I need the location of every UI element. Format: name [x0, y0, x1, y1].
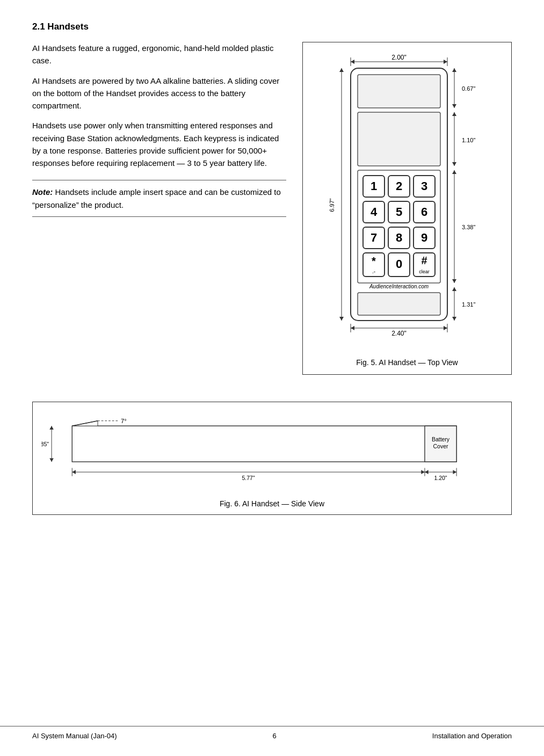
svg-rect-37 — [358, 293, 440, 315]
svg-marker-58 — [452, 279, 456, 283]
svg-text:7°: 7° — [121, 418, 127, 424]
svg-marker-57 — [452, 170, 456, 174]
svg-text:AudienceInteraction.com: AudienceInteraction.com — [369, 284, 429, 289]
page: 2.1 Handsets AI Handsets feature a rugge… — [0, 0, 544, 756]
svg-text:2.40": 2.40" — [391, 330, 407, 337]
svg-text:5.77": 5.77" — [242, 475, 255, 481]
svg-text:Cover: Cover — [433, 444, 448, 449]
paragraph-3: Handsets use power only when transmittin… — [32, 119, 286, 169]
svg-marker-73 — [49, 426, 54, 430]
svg-text:6: 6 — [421, 205, 427, 219]
top-view-diagram: 2.00" 1 2 — [302, 42, 512, 375]
svg-text:.-: .- — [372, 268, 375, 274]
note-label: Note: Handsets include ample insert spac… — [32, 187, 281, 209]
svg-text:1.10": 1.10" — [462, 137, 475, 143]
svg-text:2.00": 2.00" — [391, 54, 407, 61]
svg-marker-40 — [444, 326, 447, 330]
svg-text:6.97": 6.97" — [329, 198, 335, 212]
svg-marker-49 — [452, 112, 456, 116]
svg-marker-84 — [453, 470, 456, 474]
svg-marker-39 — [351, 326, 354, 330]
svg-text:4: 4 — [371, 205, 378, 219]
svg-text:0.85": 0.85" — [41, 441, 49, 447]
svg-text:0.67": 0.67" — [462, 85, 475, 92]
left-text: AI Handsets feature a rugged, ergonomic,… — [32, 42, 286, 375]
svg-text:clear: clear — [419, 269, 430, 274]
svg-marker-61 — [452, 287, 456, 291]
svg-text:2: 2 — [396, 179, 402, 193]
paragraph-1: AI Handsets feature a rugged, ergonomic,… — [32, 42, 286, 67]
top-view-svg: 2.00" 1 2 — [311, 52, 503, 353]
svg-rect-8 — [358, 112, 440, 166]
footer-left: AI System Manual (Jan-04) — [32, 732, 117, 740]
svg-text:#: # — [421, 255, 427, 266]
svg-text:0: 0 — [396, 257, 402, 271]
page-footer: AI System Manual (Jan-04) 6 Installation… — [0, 726, 544, 740]
paragraph-2: AI Handsets are powered by two AA alkali… — [32, 75, 286, 112]
svg-text:*: * — [372, 255, 376, 267]
svg-marker-46 — [452, 104, 456, 108]
svg-marker-50 — [452, 162, 456, 166]
fig6-caption: Fig. 6. AI Handset — Side View — [41, 499, 503, 508]
svg-marker-74 — [49, 458, 54, 462]
svg-text:3: 3 — [421, 179, 427, 193]
svg-marker-54 — [339, 317, 344, 321]
side-view-svg: 7° Battery Cover 0.85" 5.77" 1.20" — [41, 409, 503, 495]
note-box: Note: Handsets include ample insert spac… — [32, 180, 286, 217]
svg-text:3.38": 3.38" — [462, 224, 475, 230]
svg-marker-83 — [425, 470, 429, 474]
svg-rect-64 — [72, 426, 456, 462]
svg-marker-45 — [452, 68, 456, 72]
svg-text:7: 7 — [371, 231, 377, 244]
svg-marker-78 — [421, 470, 425, 474]
svg-text:1: 1 — [371, 179, 377, 193]
svg-text:9: 9 — [421, 231, 427, 244]
svg-marker-77 — [72, 470, 76, 474]
svg-marker-62 — [452, 317, 456, 321]
svg-text:1.20": 1.20" — [434, 475, 447, 481]
fig5-caption: Fig. 5. AI Handset — Top View — [311, 358, 503, 367]
svg-rect-7 — [358, 75, 440, 108]
svg-text:8: 8 — [396, 231, 402, 244]
side-view-diagram: 7° Battery Cover 0.85" 5.77" 1.20" — [32, 402, 512, 515]
footer-right: Installation and Operation — [432, 732, 512, 740]
section-title: 2.1 Handsets — [32, 21, 512, 32]
footer-page-number: 6 — [273, 732, 277, 740]
svg-marker-53 — [339, 68, 344, 72]
svg-marker-2 — [444, 60, 447, 64]
svg-text:1.31": 1.31" — [462, 301, 475, 308]
svg-text:Battery: Battery — [432, 437, 450, 442]
svg-marker-1 — [351, 60, 354, 64]
content-area: AI Handsets feature a rugged, ergonomic,… — [32, 42, 512, 375]
svg-text:5: 5 — [396, 205, 402, 219]
